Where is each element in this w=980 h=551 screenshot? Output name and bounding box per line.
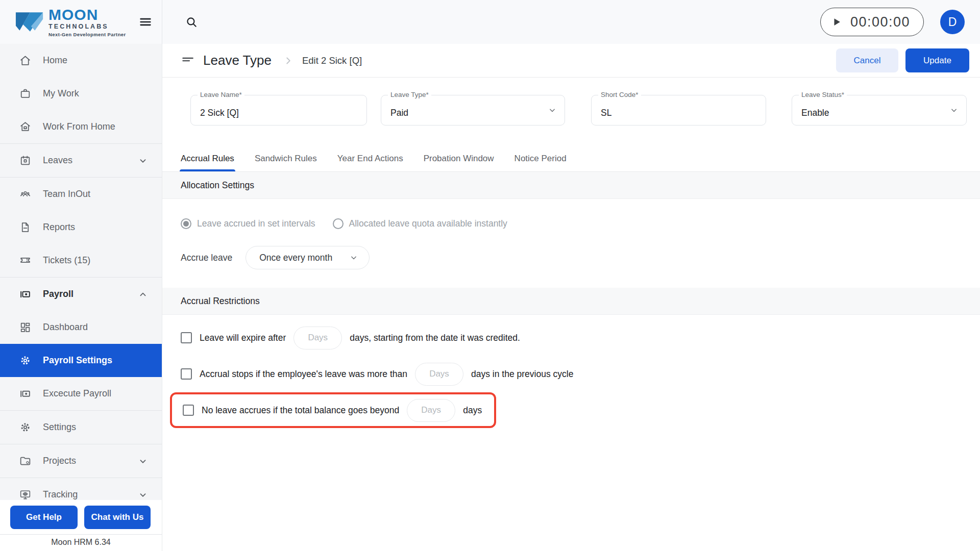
- sidebar-footer: Get Help Chat with Us Moon HRM 6.34: [0, 500, 162, 551]
- tab-sandwich-rules[interactable]: Sandwich Rules: [255, 146, 317, 171]
- restriction-text-pre: No leave accrues if the total balance go…: [202, 405, 399, 416]
- play-icon[interactable]: [831, 16, 842, 28]
- hamburger-menu-icon[interactable]: [138, 15, 153, 29]
- sidebar-item-leaves[interactable]: Leaves: [0, 144, 162, 177]
- sidebar-item-excecute-payroll[interactable]: Excecute Payroll: [0, 377, 162, 410]
- search-icon[interactable]: [185, 15, 198, 29]
- sidebar-item-label: Settings: [43, 422, 149, 433]
- leave-form: Leave Name* Leave Type* Paid Short Code*…: [162, 95, 980, 126]
- sidebar-item-payroll[interactable]: Payroll: [0, 278, 162, 311]
- sidebar-footer-buttons: Get Help Chat with Us: [0, 500, 162, 534]
- radio-selected-icon[interactable]: [181, 218, 191, 229]
- expire-checkbox[interactable]: [181, 332, 192, 343]
- sidebar-item-settings[interactable]: Settings: [0, 411, 162, 444]
- sidebar-item-home[interactable]: Home: [0, 44, 162, 77]
- balance-limit-days-input[interactable]: [407, 399, 455, 422]
- dashboard-icon: [19, 320, 33, 334]
- update-button[interactable]: Update: [905, 48, 969, 72]
- accrue-leave-label: Accrue leave: [181, 253, 232, 263]
- sidebar-item-label: Leaves: [43, 155, 137, 166]
- short-code-field-wrap: Short Code*: [591, 95, 766, 126]
- accrue-frequency-value: Once every month: [259, 253, 332, 263]
- sidebar-item-payroll-settings[interactable]: Payroll Settings: [0, 344, 162, 377]
- tab-probation-window[interactable]: Probation Window: [424, 146, 494, 171]
- sidebar-item-tickets[interactable]: Tickets (15): [0, 244, 162, 277]
- sidebar-item-label: Dashboard: [43, 322, 149, 333]
- app-version: Moon HRM 6.34: [0, 534, 162, 551]
- user-avatar[interactable]: D: [940, 10, 965, 34]
- tab-accrual-rules[interactable]: Accrual Rules: [181, 146, 234, 171]
- timer-widget[interactable]: 00:00:00: [820, 8, 924, 36]
- restriction-row-accrual-stop: Accrual stops if the employee's leave wa…: [181, 362, 980, 386]
- leave-type-label: Leave Type*: [388, 91, 431, 98]
- accrue-frequency-select[interactable]: Once every month: [246, 246, 370, 269]
- sidebar-item-team-inout[interactable]: Team InOut: [0, 178, 162, 211]
- accrue-leave-row: Accrue leave Once every month: [181, 246, 980, 269]
- brand-tagline: Next-Gen Development Partner: [48, 32, 126, 37]
- app-root: MOON TECHNOLABS Next-Gen Development Par…: [0, 0, 980, 551]
- calendar-icon: [19, 154, 33, 167]
- people-icon: [19, 187, 33, 201]
- leave-status-select[interactable]: Leave Status* Enable: [792, 95, 967, 126]
- main-content: Leave Type Edit 2 Sick [Q] Cancel Update…: [162, 44, 980, 551]
- leave-type-select[interactable]: Leave Type* Paid: [381, 95, 565, 126]
- restriction-text-pre: Accrual stops if the employee's leave wa…: [200, 369, 407, 380]
- moon-logo-icon: [15, 11, 44, 33]
- restriction-text-post: days in the previous cycle: [471, 369, 573, 380]
- sidebar-item-my-work[interactable]: My Work: [0, 77, 162, 110]
- sidebar-nav: Home My Work Work From Home Leaves Team …: [0, 44, 162, 551]
- restriction-row-expire: Leave will expire after days, starting f…: [181, 326, 980, 349]
- chevron-up-icon: [137, 289, 149, 300]
- sidebar-item-label: Team InOut: [43, 189, 149, 199]
- home-work-icon: [19, 120, 33, 134]
- restriction-text-post: days, starting from the date it was cred…: [350, 333, 520, 343]
- brand-name-top: MOON: [48, 7, 126, 22]
- highlighted-restriction-box: No leave accrues if the total balance go…: [170, 392, 496, 428]
- restriction-row-balance-limit: No leave accrues if the total balance go…: [183, 398, 482, 422]
- leave-name-input[interactable]: [191, 95, 366, 125]
- balance-limit-checkbox[interactable]: [183, 405, 194, 416]
- allocation-radio-group: Leave accrued in set intervals Allocated…: [181, 218, 980, 229]
- chat-with-us-button[interactable]: Chat with Us: [84, 506, 151, 529]
- payments-icon: [19, 387, 33, 400]
- page-menu-lines-icon[interactable]: [181, 54, 194, 67]
- expire-days-input[interactable]: [293, 327, 342, 349]
- cancel-button[interactable]: Cancel: [836, 48, 898, 72]
- sidebar-item-label: Tracking: [43, 489, 137, 500]
- accrual-stop-days-input[interactable]: [415, 363, 463, 386]
- brand-logo[interactable]: MOON TECHNOLABS Next-Gen Development Par…: [15, 7, 126, 37]
- home-icon: [19, 54, 33, 67]
- accrual-stop-checkbox[interactable]: [181, 368, 192, 380]
- sidebar-item-label: Work From Home: [43, 121, 149, 132]
- chevron-down-icon: [137, 155, 149, 166]
- sidebar-item-reports[interactable]: Reports: [0, 211, 162, 244]
- restriction-text-pre: Leave will expire after: [200, 333, 286, 343]
- radio-unselected-icon[interactable]: [333, 218, 344, 229]
- briefcase-icon: [19, 87, 33, 101]
- brand-zone: MOON TECHNOLABS Next-Gen Development Par…: [0, 0, 162, 44]
- short-code-label: Short Code*: [598, 91, 641, 98]
- short-code-input[interactable]: [592, 95, 766, 125]
- tab-notice-period[interactable]: Notice Period: [514, 146, 567, 171]
- page-header: Leave Type Edit 2 Sick [Q] Cancel Update: [162, 44, 980, 78]
- sidebar-item-label: Excecute Payroll: [43, 388, 149, 399]
- leave-status-label: Leave Status*: [799, 91, 847, 98]
- radio-accrued-intervals[interactable]: Leave accrued in set intervals: [181, 218, 315, 229]
- sidebar-item-work-from-home[interactable]: Work From Home: [0, 110, 162, 143]
- brand-name-bottom: TECHNOLABS: [48, 23, 126, 30]
- get-help-button[interactable]: Get Help: [10, 506, 78, 529]
- leave-name-label: Leave Name*: [198, 91, 244, 98]
- chevron-down-icon: [547, 105, 557, 117]
- sidebar-item-dashboard[interactable]: Dashboard: [0, 311, 162, 344]
- radio-quota-instantly[interactable]: Allocated leave quota available instantl…: [333, 218, 507, 229]
- sidebar-item-projects[interactable]: Projects: [0, 444, 162, 478]
- radio-label: Allocated leave quota available instantl…: [349, 218, 507, 229]
- page-title: Leave Type: [203, 53, 272, 68]
- restriction-text-post: days: [463, 405, 482, 416]
- sidebar-item-label: Payroll Settings: [43, 355, 149, 366]
- tab-year-end-actions[interactable]: Year End Actions: [337, 146, 403, 171]
- accrual-restrictions-header: Accrual Restrictions: [162, 288, 980, 315]
- sidebar-item-label: Home: [43, 55, 149, 66]
- allocation-settings-header: Allocation Settings: [162, 172, 980, 199]
- payments-icon: [19, 287, 33, 301]
